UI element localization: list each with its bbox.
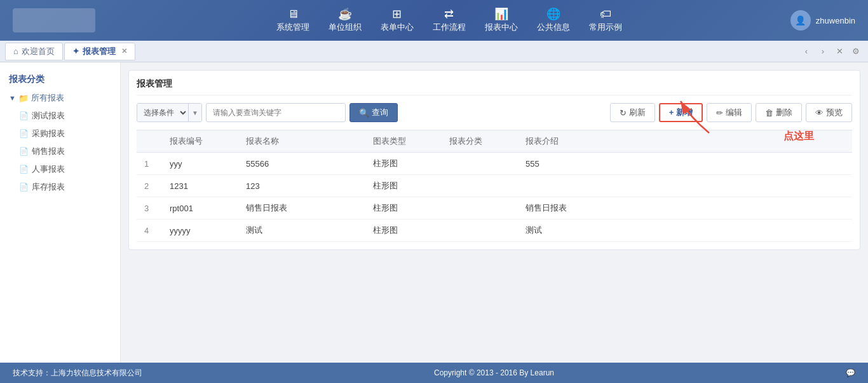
new-button-label: + 新增 — [669, 107, 693, 118]
avatar: 👤 — [790, 10, 811, 31]
nav-menu: 🖥 系统管理 ☕ 单位组织 ⊞ 表单中心 ⇄ 工作流程 📊 报表中心 🌐 公共信… — [108, 8, 790, 33]
tab-settings-btn[interactable]: ⚙ — [849, 45, 863, 59]
tab-home-label: 欢迎首页 — [22, 46, 55, 57]
sidebar: 报表分类 ▼ 📁 所有报表 📄 测试报表 📄 采购报表 📄 销售报表 📄 人事报… — [0, 62, 121, 363]
sidebar-item-sales-report[interactable]: 📄 销售报表 — [0, 143, 120, 160]
nav-item-report-label: 报表中心 — [485, 22, 518, 33]
cell-desc: 测试 — [518, 219, 852, 242]
tab-close-all-btn[interactable]: ✕ — [832, 45, 846, 59]
footer-support: 技术支持：上海力软信息技术有限公司 — [13, 368, 142, 379]
condition-select[interactable]: 选择条件 — [137, 104, 188, 122]
refresh-button-label: 刷新 — [629, 107, 646, 118]
query-button[interactable]: 🔍 查询 — [349, 103, 398, 122]
nav-item-form[interactable]: ⊞ 表单中心 — [381, 8, 414, 33]
delete-button-label: 删除 — [776, 107, 792, 118]
tab-nav-controls: ‹ › ✕ ⚙ — [799, 45, 863, 59]
footer-copyright: Copyright © 2013 - 2016 By Learun — [434, 368, 554, 377]
nav-item-example[interactable]: 🏷 常用示例 — [589, 8, 622, 33]
cell-code: rpt001 — [162, 197, 238, 219]
col-code: 报表编号 — [162, 130, 238, 153]
cell-class — [442, 153, 518, 175]
query-button-label: 查询 — [372, 107, 388, 118]
delete-icon: 🗑 — [765, 108, 773, 118]
sidebar-root-label: 所有报表 — [31, 92, 64, 104]
nav-item-example-label: 常用示例 — [589, 22, 622, 33]
nav-user[interactable]: 👤 zhuwenbin — [790, 10, 855, 31]
nav-item-workflow[interactable]: ⇄ 工作流程 — [433, 8, 466, 33]
top-navigation: 🖥 系统管理 ☕ 单位组织 ⊞ 表单中心 ⇄ 工作流程 📊 报表中心 🌐 公共信… — [0, 0, 868, 41]
toolbar: 选择条件 ▼ 🔍 查询 ↻ 刷新 + 新增 — [137, 103, 852, 122]
footer: 技术支持：上海力软信息技术有限公司 Copyright © 2013 - 201… — [0, 363, 868, 383]
sidebar-item-hr-report[interactable]: 📄 人事报表 — [0, 160, 120, 178]
cell-name: 123 — [238, 175, 365, 197]
doc-icon-3: 📄 — [19, 147, 29, 156]
refresh-icon: ↻ — [620, 108, 627, 118]
preview-button[interactable]: 👁 预览 — [806, 103, 852, 122]
cell-chart: 柱形图 — [365, 153, 442, 175]
table-row[interactable]: 2 1231 123 柱形图 — [137, 175, 852, 197]
system-icon: 🖥 — [287, 8, 299, 20]
sidebar-item-test-report[interactable]: 📄 测试报表 — [0, 107, 120, 125]
search-input[interactable] — [206, 103, 346, 122]
edit-icon: ✏ — [716, 108, 723, 118]
main-layout: 报表分类 ▼ 📁 所有报表 📄 测试报表 📄 采购报表 📄 销售报表 📄 人事报… — [0, 62, 868, 363]
doc-icon-4: 📄 — [19, 165, 29, 174]
select-arrow-icon: ▼ — [188, 104, 201, 122]
table-row[interactable]: 3 rpt001 销售日报表 柱形图 销售日报表 — [137, 197, 852, 219]
cell-name: 测试 — [238, 219, 365, 242]
delete-button[interactable]: 🗑 删除 — [756, 103, 802, 122]
condition-select-wrapper[interactable]: 选择条件 ▼ — [137, 103, 202, 122]
nav-item-system[interactable]: 🖥 系统管理 — [276, 8, 309, 33]
sidebar-item-sales-report-label: 销售报表 — [32, 146, 65, 157]
nav-item-workflow-label: 工作流程 — [433, 22, 466, 33]
cell-desc: 555 — [518, 153, 852, 175]
chat-icon[interactable]: 💬 — [846, 368, 855, 377]
tab-close-btn[interactable]: ✕ — [121, 47, 127, 55]
cell-num: 4 — [137, 219, 162, 242]
content-panel: 报表管理 选择条件 ▼ 🔍 查询 ↻ 刷新 — [128, 70, 860, 250]
nav-item-org-label: 单位组织 — [329, 22, 362, 33]
cell-desc: 销售日报表 — [518, 197, 852, 219]
sidebar-root[interactable]: ▼ 📁 所有报表 — [0, 89, 120, 107]
doc-icon-2: 📄 — [19, 129, 29, 138]
cell-chart: 柱形图 — [365, 219, 442, 242]
tab-report-mgmt-label: 报表管理 — [83, 46, 116, 57]
expand-icon: ▼ — [9, 94, 16, 102]
home-icon: ⌂ — [13, 46, 18, 56]
cell-class — [442, 175, 518, 197]
tab-report-mgmt[interactable]: ✦ 报表管理 ✕ — [64, 43, 135, 60]
search-icon: 🔍 — [359, 108, 369, 118]
tab-home[interactable]: ⌂ 欢迎首页 — [5, 43, 63, 60]
edit-button[interactable]: ✏ 编辑 — [707, 103, 752, 122]
table-body: 1 yyy 55566 柱形图 555 2 1231 123 柱形图 3 rpt… — [137, 153, 852, 242]
nav-item-report[interactable]: 📊 报表中心 — [485, 8, 518, 33]
tab-prev-btn[interactable]: ‹ — [799, 45, 813, 59]
doc-icon: 📄 — [19, 111, 29, 120]
new-button[interactable]: + 新增 — [659, 103, 703, 122]
col-name: 报表名称 — [238, 130, 365, 153]
table-row[interactable]: 4 yyyyy 测试 柱形图 测试 — [137, 219, 852, 242]
tab-next-btn[interactable]: › — [816, 45, 830, 59]
org-icon: ☕ — [338, 8, 352, 20]
cell-code: yyyyy — [162, 219, 238, 242]
sidebar-item-purchase-report[interactable]: 📄 采购报表 — [0, 125, 120, 143]
table-row[interactable]: 1 yyy 55566 柱形图 555 — [137, 153, 852, 175]
cell-desc — [518, 175, 852, 197]
col-chart: 图表类型 — [365, 130, 442, 153]
cell-name: 销售日报表 — [238, 197, 365, 219]
cell-name: 55566 — [238, 153, 365, 175]
nav-item-public[interactable]: 🌐 公共信息 — [537, 8, 570, 33]
username: zhuwenbin — [816, 16, 855, 25]
preview-button-label: 预览 — [826, 107, 843, 118]
cell-code: yyy — [162, 153, 238, 175]
example-icon: 🏷 — [600, 8, 611, 20]
form-icon: ⊞ — [392, 8, 402, 20]
cell-code: 1231 — [162, 175, 238, 197]
refresh-button[interactable]: ↻ 刷新 — [610, 103, 655, 122]
edit-button-label: 编辑 — [726, 107, 742, 118]
nav-item-org[interactable]: ☕ 单位组织 — [329, 8, 362, 33]
col-desc: 报表介绍 — [518, 130, 852, 153]
doc-icon-5: 📄 — [19, 183, 29, 192]
folder-icon: 📁 — [18, 94, 29, 103]
sidebar-item-inventory-report[interactable]: 📄 库存报表 — [0, 178, 120, 196]
